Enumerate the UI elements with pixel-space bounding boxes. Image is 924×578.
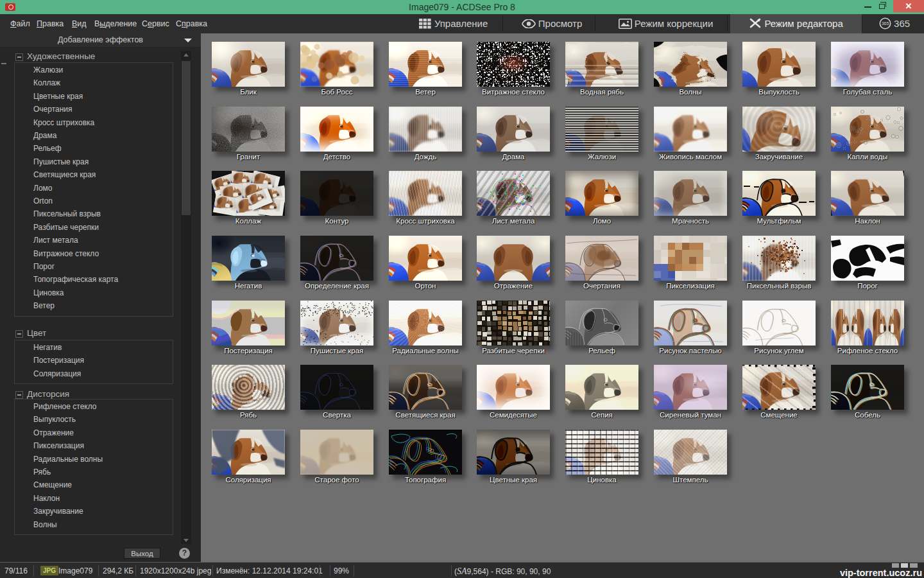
svg-text:365: 365 bbox=[882, 21, 889, 26]
